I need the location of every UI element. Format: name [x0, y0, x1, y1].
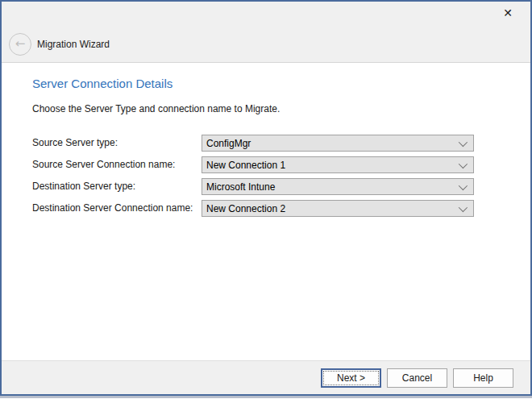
destination-connection-name-value: New Connection 2 — [206, 203, 285, 214]
screen: ✕ ← Migration Wizard Server Connection D… — [0, 0, 532, 399]
chevron-down-icon — [459, 202, 468, 211]
page-description: Choose the Server Type and connection na… — [32, 103, 280, 114]
destination-connection-name-label: Destination Server Connection name: — [32, 200, 193, 217]
source-server-type-label: Source Server type: — [32, 135, 118, 152]
chevron-down-icon — [459, 181, 468, 189]
source-connection-name-label: Source Server Connection name: — [32, 156, 175, 173]
destination-connection-name-dropdown[interactable]: New Connection 2 — [202, 200, 474, 217]
source-server-type-dropdown[interactable]: ConfigMgr — [202, 135, 474, 152]
help-button[interactable]: Help — [453, 368, 513, 388]
close-icon: ✕ — [503, 7, 513, 19]
wizard-header: ✕ ← Migration Wizard — [2, 2, 530, 63]
wizard-title: Migration Wizard — [37, 39, 110, 50]
destination-server-type-row: Destination Server type: Microsoft Intun… — [2, 178, 530, 195]
source-connection-name-row: Source Server Connection name: New Conne… — [2, 156, 530, 173]
destination-connection-name-row: Destination Server Connection name: New … — [2, 200, 530, 217]
source-server-type-row: Source Server type: ConfigMgr — [2, 135, 530, 152]
back-arrow-icon: ← — [15, 38, 26, 50]
source-connection-name-dropdown[interactable]: New Connection 1 — [202, 156, 474, 173]
destination-server-type-label: Destination Server type: — [32, 178, 135, 195]
source-server-type-value: ConfigMgr — [206, 138, 251, 149]
chevron-down-icon — [459, 159, 468, 168]
page-title: Server Connection Details — [32, 77, 172, 90]
source-connection-name-value: New Connection 1 — [206, 160, 285, 171]
close-button[interactable]: ✕ — [493, 2, 522, 24]
destination-server-type-value: Microsoft Intune — [206, 181, 275, 193]
footer: Next > Cancel Help — [2, 360, 530, 394]
migration-wizard-window: ✕ ← Migration Wizard Server Connection D… — [0, 0, 532, 396]
cancel-button[interactable]: Cancel — [387, 368, 447, 388]
back-button[interactable]: ← — [9, 33, 31, 56]
wizard-page: Server Connection Details Choose the Ser… — [2, 63, 530, 360]
next-button[interactable]: Next > — [321, 368, 381, 388]
destination-server-type-dropdown[interactable]: Microsoft Intune — [202, 178, 474, 195]
chevron-down-icon — [459, 137, 468, 146]
